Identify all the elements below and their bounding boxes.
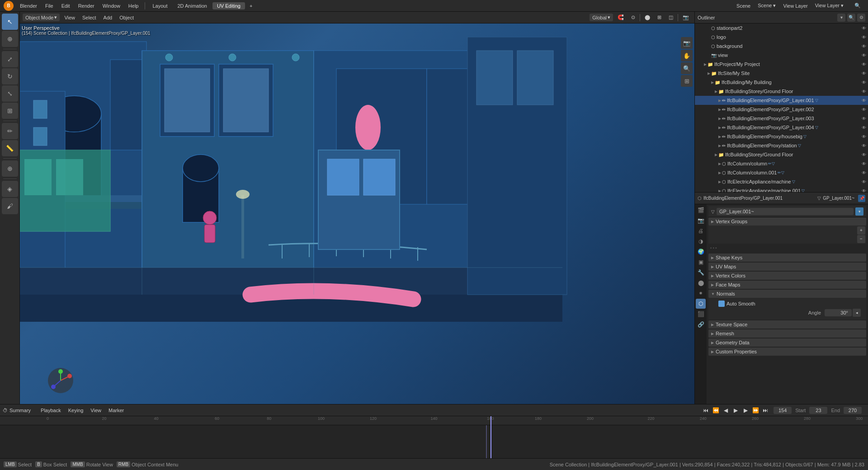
move-tool[interactable]: ⤢ xyxy=(2,51,18,67)
visibility-icon[interactable]: 👁 xyxy=(862,26,866,31)
menu-render[interactable]: Render xyxy=(75,2,98,9)
transform-tool[interactable]: ⊞ xyxy=(2,103,18,119)
outliner-filter[interactable]: ▾ xyxy=(837,14,845,22)
visibility-icon10[interactable]: 👁 xyxy=(862,107,866,112)
overlay-toggle[interactable]: ⊞ xyxy=(655,14,664,21)
visibility-icon14[interactable]: 👁 xyxy=(862,143,866,148)
outliner-item-stationpart2[interactable]: ⬡ stationpart2 👁 xyxy=(695,24,868,33)
normals-header[interactable]: ▼ Normals xyxy=(708,290,866,298)
add-tool[interactable]: ⊕ xyxy=(2,160,18,177)
outliner-item-machine[interactable]: ▶ ⬡ IfcElectricAppliance/machine ▽ 👁 xyxy=(695,177,868,186)
outliner-item-machine001[interactable]: ▶ ⬡ IfcElectricAppliance/machine.001 ▽ 👁 xyxy=(695,186,868,192)
outliner-item-background[interactable]: ⬡ background 👁 xyxy=(695,42,868,51)
outliner-item-gp001[interactable]: ▶ ✏ IfcBuildingElementProxy/GP_Layer.001… xyxy=(695,96,868,105)
face-maps-header[interactable]: ▶ Face Maps xyxy=(708,281,866,289)
visibility-icon13[interactable]: 👁 xyxy=(862,134,866,139)
annotate-tool[interactable]: ✏ xyxy=(2,123,18,139)
outliner-item-logo[interactable]: ⬡ logo 👁 xyxy=(695,33,868,42)
hand-side-btn[interactable]: ✋ xyxy=(681,50,693,61)
end-frame[interactable]: 270 xyxy=(844,407,862,414)
workspace-add[interactable]: + xyxy=(246,2,256,9)
outliner-item-gp002[interactable]: ▶ ✏ IfcBuildingElementProxy/GP_Layer.002… xyxy=(695,105,868,114)
visibility-icon19[interactable]: 👁 xyxy=(862,188,866,193)
sculpt-tool[interactable]: ◈ xyxy=(2,181,18,197)
menu-blender[interactable]: Blender xyxy=(16,2,41,9)
outliner-item-groundfloor2[interactable]: ▶ 📁 IfcBuildingStorey/Ground Floor 👁 xyxy=(695,150,868,159)
zoom-side-btn[interactable]: 🔍 xyxy=(681,62,693,74)
vertex-paint-tool[interactable]: 🖌 xyxy=(2,198,18,214)
prop-tab-shading[interactable]: ⬤ xyxy=(696,278,706,288)
viewport-canvas[interactable]: User Perspective (154) Scene Collection … xyxy=(20,24,694,404)
visibility-icon12[interactable]: 👁 xyxy=(862,125,866,130)
visibility-icon9[interactable]: 👁 xyxy=(862,98,866,103)
viewport[interactable]: Object Mode ▾ View Select Add Object Glo… xyxy=(20,12,694,404)
collection-side-btn[interactable]: ⊞ xyxy=(681,75,693,87)
viewport-shading[interactable]: ⬤ xyxy=(642,14,653,21)
prop-tab-world[interactable]: 🌍 xyxy=(696,247,706,257)
shape-keys-header[interactable]: ▶ Shape Keys xyxy=(708,254,866,262)
prop-tab-scene[interactable]: 🎬 xyxy=(696,205,706,215)
menu-window[interactable]: Window xyxy=(99,2,124,9)
layer-options-btn[interactable]: ▾ xyxy=(855,207,863,216)
prop-tab-object[interactable]: ▣ xyxy=(696,257,706,267)
rotate-tool[interactable]: ↻ xyxy=(2,68,18,85)
vp-add-menu[interactable]: Add xyxy=(101,14,115,21)
vg-remove-btn[interactable]: − xyxy=(857,235,865,243)
uv-maps-header[interactable]: ▶ UV Maps xyxy=(708,263,866,271)
vp-object-menu[interactable]: Object xyxy=(117,14,137,21)
outliner-item-gp003[interactable]: ▶ ✏ IfcBuildingElementProxy/GP_Layer.003… xyxy=(695,114,868,123)
prop-tab-data[interactable]: ⬡ xyxy=(696,299,706,309)
view-layer-selector[interactable]: View Layer ▾ xyxy=(811,2,847,9)
outliner-item-view[interactable]: 📷 view 👁 xyxy=(695,51,868,60)
scale-tool[interactable]: ⤡ xyxy=(2,85,18,102)
outliner-item-groundfloor[interactable]: ▶ 📁 IfcBuildingStorey/Ground Floor 👁 xyxy=(695,87,868,96)
keying-menu[interactable]: Keying xyxy=(66,407,86,414)
vp-select-menu[interactable]: Select xyxy=(80,14,99,21)
outliner-search[interactable]: 🔍 xyxy=(847,14,855,22)
jump-next-btn[interactable]: ⏩ xyxy=(751,406,760,415)
angle-value[interactable]: 30° xyxy=(825,309,852,316)
blender-logo[interactable]: B xyxy=(4,1,14,11)
outliner-item-ifcsite[interactable]: ▶ 📁 IfcSite/My Site 👁 xyxy=(695,69,868,78)
vg-add-btn[interactable]: + xyxy=(857,226,865,235)
playback-menu[interactable]: Playback xyxy=(38,407,64,414)
auto-smooth-checkbox[interactable] xyxy=(718,301,725,307)
menu-edit[interactable]: Edit xyxy=(58,2,74,9)
outliner-item-gp004[interactable]: ▶ ✏ IfcBuildingElementProxy/GP_Layer.004… xyxy=(695,123,868,132)
visibility-icon6[interactable]: 👁 xyxy=(862,71,866,76)
select-tool[interactable]: ↖ xyxy=(2,14,18,30)
search-button[interactable]: 🔍 xyxy=(851,2,864,9)
outliner-item-ifcbuilding[interactable]: ▶ 📁 IfcBuilding/My Building 👁 xyxy=(695,78,868,87)
workspace-layout[interactable]: Layout xyxy=(148,2,172,9)
camera-side-btn[interactable]: 📷 xyxy=(681,37,693,49)
visibility-icon11[interactable]: 👁 xyxy=(862,116,866,121)
visibility-icon16[interactable]: 👁 xyxy=(862,161,866,166)
texture-space-header[interactable]: ▶ Texture Space xyxy=(708,320,866,329)
play-btn[interactable]: ▶ xyxy=(731,406,740,415)
outliner-item-station[interactable]: ▶ ✏ IfcBuildingElementProxy/station ▽ 👁 xyxy=(695,141,868,150)
prop-tab-material[interactable]: ⬛ xyxy=(696,309,706,319)
remesh-header[interactable]: ▶ Remesh xyxy=(708,329,866,338)
prop-tab-view-layer[interactable]: ◑ xyxy=(696,236,706,246)
prop-tab-render[interactable]: 📷 xyxy=(696,216,706,226)
visibility-icon4[interactable]: 👁 xyxy=(862,53,866,58)
custom-properties-header[interactable]: ▶ Custom Properties xyxy=(708,348,866,356)
vertex-groups-header[interactable]: ▶ Vertex Groups xyxy=(708,217,866,226)
visibility-icon5[interactable]: 👁 xyxy=(862,62,866,67)
visibility-icon18[interactable]: 👁 xyxy=(862,179,866,184)
playhead[interactable] xyxy=(491,416,491,458)
prop-tab-output[interactable]: 🖨 xyxy=(696,226,706,236)
geometry-data-header[interactable]: ▶ Geometry Data xyxy=(708,338,866,347)
navigation-gizmo[interactable] xyxy=(47,367,74,395)
vp-view-menu[interactable]: View xyxy=(61,14,78,21)
proportional-edit[interactable]: ⊙ xyxy=(628,14,638,21)
snap-toggle[interactable]: 🧲 xyxy=(615,14,627,21)
jump-start-btn[interactable]: ⏮ xyxy=(701,406,710,415)
menu-help[interactable]: Help xyxy=(125,2,142,9)
visibility-icon17[interactable]: 👁 xyxy=(862,170,866,175)
start-frame[interactable]: 23 xyxy=(809,407,827,414)
angle-btn[interactable]: ◂ xyxy=(853,309,861,317)
view-menu[interactable]: View xyxy=(88,407,104,414)
outliner-item-ifcproject[interactable]: ▶ 📁 IfcProject/My Project 👁 xyxy=(695,60,868,69)
transform-orientations[interactable]: Global ▾ xyxy=(590,14,613,21)
